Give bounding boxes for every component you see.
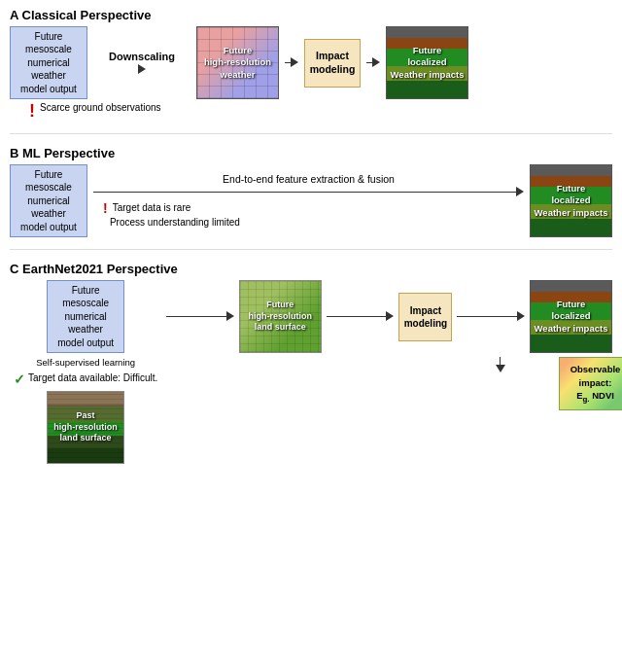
- exclaim-icon-a: !: [29, 101, 35, 122]
- down-arrow-line: [500, 357, 501, 365]
- down-arrowhead: [496, 365, 505, 372]
- arrowhead2: [291, 57, 298, 69]
- section-c-top-row: Futurehigh-resolutionland surface Impact…: [166, 280, 612, 353]
- c-arrow-line1: [166, 316, 226, 318]
- section-b-output-box: FuturelocalizedWeather impacts: [530, 164, 612, 237]
- b-note1-row: ! Target data is rare: [103, 201, 524, 215]
- divider-bc: [10, 249, 612, 250]
- arrowhead3: [372, 57, 380, 69]
- b-note2: Process understanding limited: [110, 216, 240, 230]
- section-c-layout: Futuremesoscalenumericalweathermodel out…: [10, 280, 612, 464]
- check-row: ✓ Target data available: Difficult.: [10, 371, 161, 387]
- c-arrow-line3: [457, 316, 517, 318]
- section-a-arrow-group: Downscaling: [93, 51, 190, 76]
- section-a-input-box: Futuremesoscalenumericalweathermodel out…: [10, 26, 87, 99]
- section-b-row: Futuremesoscalenumericalweathermodel out…: [10, 164, 612, 237]
- section-b-input-box: Futuremesoscalenumericalweathermodel out…: [10, 164, 87, 237]
- section-a-label: A Classical Perspective: [10, 8, 612, 22]
- past-land-visual: Pasthigh-resolutionland surface: [48, 392, 123, 463]
- c-land-spacer: [459, 357, 541, 372]
- section-c-input-box: Futuremesoscalenumericalweathermodel out…: [47, 280, 124, 353]
- b-note1: Target data is rare: [113, 201, 191, 215]
- section-c-arrow2: [327, 311, 395, 323]
- impact-label: Impactmodeling: [310, 50, 356, 76]
- b-arrowhead: [516, 187, 524, 198]
- c-arrowhead1: [226, 311, 234, 323]
- c-impact-col: Observableimpact:Eg. NDVI: [559, 357, 612, 410]
- main-container: A Classical Perspective Futuremesoscalen…: [0, 0, 622, 672]
- b-note2-row: ! Process understanding limited: [103, 216, 524, 230]
- c-arrowhead3: [517, 311, 525, 323]
- section-c-label: C EarthNet2021 Perspective: [10, 262, 612, 276]
- c-arrowhead2: [386, 311, 394, 323]
- section-a-note-row: ! Scarce ground observations: [29, 101, 612, 122]
- section-a-arrow2: [285, 57, 298, 69]
- section-c-observable-box: Observableimpact:Eg. NDVI: [559, 357, 622, 410]
- section-c-bottom-row: Observableimpact:Eg. NDVI: [166, 357, 612, 410]
- down-arrow: [496, 357, 505, 372]
- hires-land-text: Futurehigh-resolutionland surface: [240, 281, 321, 352]
- section-a-row: Futuremesoscalenumericalweathermodel out…: [10, 26, 612, 99]
- section-a-impact-box: Impactmodeling: [304, 39, 361, 88]
- checkmark-icon: ✓: [14, 371, 25, 387]
- section-c-impact-box: Impactmodeling: [398, 293, 452, 341]
- hires-visual: Futurehigh-resolutionweather: [197, 27, 278, 98]
- section-b-label: B ML Perspective: [10, 146, 612, 160]
- section-b-arrow-label: End-to-end feature extraction & fusion: [93, 173, 524, 185]
- section-c: C EarthNet2021 Perspective Futuremesosca…: [10, 262, 612, 464]
- output-text-a: FuturelocalizedWeather impacts: [387, 27, 467, 98]
- section-c-arrow1: [166, 311, 234, 323]
- output-text-b: FuturelocalizedWeather impacts: [531, 165, 611, 236]
- section-b-arrow: [93, 187, 524, 198]
- arrowhead: [138, 64, 146, 76]
- output-text-c: FuturelocalizedWeather impacts: [531, 281, 611, 352]
- section-b-notes: ! Target data is rare ! Process understa…: [93, 201, 524, 230]
- section-c-left-col: Futuremesoscalenumericalweathermodel out…: [10, 280, 161, 464]
- section-a: A Classical Perspective Futuremesoscalen…: [10, 8, 612, 122]
- section-b-arrow-group: End-to-end feature extraction & fusion !…: [93, 173, 524, 230]
- ssl-label: Self-supervised learning: [36, 357, 135, 368]
- output-visual-a: FuturelocalizedWeather impacts: [387, 27, 467, 98]
- section-c-input-text: Futuremesoscalenumericalweathermodel out…: [57, 284, 114, 350]
- section-b-input-text: Futuremesoscalenumericalweathermodel out…: [20, 168, 77, 234]
- section-c-output-box: FuturelocalizedWeather impacts: [530, 280, 612, 353]
- section-a-input-text: Futuremesoscalenumericalweathermodel out…: [20, 30, 77, 96]
- observable-text: Observableimpact:Eg. NDVI: [570, 363, 621, 405]
- section-c-right-col: Futurehigh-resolutionland surface Impact…: [166, 280, 612, 410]
- output-visual-b: FuturelocalizedWeather impacts: [531, 165, 611, 236]
- hires-land-visual: Futurehigh-resolutionland surface: [240, 281, 321, 352]
- section-b: B ML Perspective Futuremesoscalenumerica…: [10, 146, 612, 237]
- section-c-arrow3: [457, 311, 525, 323]
- section-a-note: Scarce ground observations: [40, 101, 161, 115]
- past-land-text: Pasthigh-resolutionland surface: [48, 392, 123, 463]
- b-arrow-line: [93, 192, 516, 194]
- section-a-hires-box: Futurehigh-resolutionweather: [196, 26, 279, 99]
- section-a-arrow3: [366, 57, 380, 69]
- down-arrow-container: [459, 357, 541, 372]
- section-a-output-box: FuturelocalizedWeather impacts: [386, 26, 468, 99]
- c-impact-label: Impactmodeling: [404, 304, 447, 330]
- exclaim-icon-b: !: [103, 201, 108, 215]
- section-c-hires-land-box: Futurehigh-resolutionland surface: [239, 280, 322, 353]
- divider-ab: [10, 133, 612, 134]
- check-label: Target data available: Difficult.: [28, 371, 157, 385]
- c-arrow-line2: [327, 316, 387, 318]
- hires-text: Futurehigh-resolutionweather: [197, 27, 278, 98]
- output-visual-c: FuturelocalizedWeather impacts: [531, 281, 611, 352]
- section-c-past-land-box: Pasthigh-resolutionland surface: [47, 391, 124, 464]
- section-a-arrow: [138, 64, 146, 76]
- section-a-arrow-label: Downscaling: [109, 51, 175, 62]
